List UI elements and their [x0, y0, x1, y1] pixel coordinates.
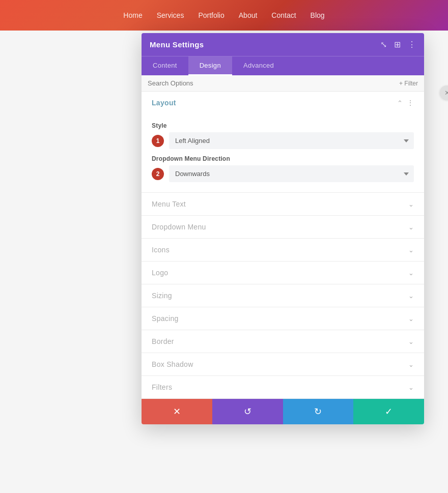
chevron-down-icon: ⌄ — [408, 223, 414, 231]
section-header-menu-text[interactable]: Menu Text ⌄ — [142, 193, 424, 215]
search-input[interactable] — [148, 79, 399, 87]
menu-settings-panel: Menu Settings ⤡ ⊞ ⋮ Content Design Advan… — [142, 33, 424, 424]
section-icons-filters: ⌄ — [408, 384, 414, 391]
section-filters: Filters ⌄ — [142, 376, 424, 399]
section-header-sizing[interactable]: Sizing ⌄ — [142, 284, 424, 307]
section-sizing: Sizing ⌄ — [142, 284, 424, 307]
chevron-down-icon: ⌄ — [408, 292, 414, 300]
undo-button[interactable]: ↺ — [212, 399, 283, 424]
section-title-menu-text: Menu Text — [152, 200, 186, 208]
section-box-shadow: Box Shadow ⌄ — [142, 353, 424, 376]
website-nav-item[interactable]: Services — [157, 11, 184, 19]
section-icons: Icons ⌄ — [142, 239, 424, 262]
layout-menu-icon[interactable]: ⋮ — [407, 99, 414, 107]
panel-menu-icon[interactable]: ⋮ — [408, 41, 416, 49]
layout-chevron-up-icon: ⌃ — [397, 99, 403, 107]
website-nav-item[interactable]: Portfolio — [198, 11, 224, 19]
section-header-filters[interactable]: Filters ⌄ — [142, 376, 424, 398]
website-nav-item[interactable]: About — [239, 11, 258, 19]
dropdown-badge: 2 — [152, 168, 164, 180]
section-header-box-shadow[interactable]: Box Shadow ⌄ — [142, 353, 424, 375]
chevron-down-icon: ⌄ — [408, 338, 414, 345]
tabs-bar: Content Design Advanced — [142, 56, 424, 75]
save-button[interactable]: ✓ — [353, 399, 424, 424]
dropdown-direction-label: Dropdown Menu Direction — [152, 155, 414, 162]
cancel-button[interactable]: ✕ — [142, 399, 212, 424]
style-select[interactable]: Left AlignedCenter AlignedRight Aligned — [169, 132, 414, 149]
tab-advanced[interactable]: Advanced — [232, 56, 285, 75]
undo-icon: ↺ — [244, 406, 251, 417]
layout-section-header[interactable]: Layout ⌃ ⋮ — [142, 92, 424, 114]
chevron-down-icon: ⌄ — [408, 200, 414, 208]
panel-close-button[interactable]: ✕ — [440, 85, 448, 100]
section-title-sizing: Sizing — [152, 292, 172, 300]
section-title-filters: Filters — [152, 383, 172, 391]
layout-section-title: Layout — [152, 99, 176, 107]
chevron-down-icon: ⌄ — [408, 384, 414, 391]
dropdown-direction-row: 2 DownwardsUpwards — [152, 165, 414, 182]
redo-icon: ↻ — [314, 406, 322, 417]
layout-content: Style 1 Left AlignedCenter AlignedRight … — [142, 114, 424, 192]
save-icon: ✓ — [385, 406, 393, 417]
section-icons-sizing: ⌄ — [408, 292, 414, 300]
section-logo: Logo ⌄ — [142, 262, 424, 284]
chevron-down-icon: ⌄ — [408, 361, 414, 368]
section-spacing: Spacing ⌄ — [142, 307, 424, 330]
redo-button[interactable]: ↻ — [283, 399, 354, 424]
layout-section: Layout ⌃ ⋮ Style 1 Left AlignedCenter Al… — [142, 92, 424, 193]
page-background: Menu Settings ⤡ ⊞ ⋮ Content Design Advan… — [0, 31, 448, 493]
section-title-dropdown-menu: Dropdown Menu — [152, 223, 206, 231]
panel-header: Menu Settings ⤡ ⊞ ⋮ — [142, 33, 424, 56]
panel-header-icons: ⤡ ⊞ ⋮ — [380, 41, 416, 49]
website-nav-item[interactable]: Home — [123, 11, 142, 19]
section-title-spacing: Spacing — [152, 314, 179, 323]
section-title-box-shadow: Box Shadow — [152, 360, 193, 368]
website-nav-item[interactable]: Contact — [271, 11, 296, 19]
section-header-icons[interactable]: Icons ⌄ — [142, 239, 424, 261]
section-icons-icons: ⌄ — [408, 246, 414, 254]
style-row: 1 Left AlignedCenter AlignedRight Aligne… — [152, 132, 414, 149]
columns-icon[interactable]: ⊞ — [394, 41, 401, 49]
section-icons-spacing: ⌄ — [408, 315, 414, 323]
section-border: Border ⌄ — [142, 330, 424, 353]
section-title-logo: Logo — [152, 269, 168, 277]
website-header: HomeServicesPortfolioAboutContactBlog — [0, 0, 448, 31]
panel-content: Layout ⌃ ⋮ Style 1 Left AlignedCenter Al… — [142, 92, 424, 399]
chevron-down-icon: ⌄ — [408, 246, 414, 254]
section-icons-menu-text: ⌄ — [408, 200, 414, 208]
search-bar: + Filter — [142, 75, 424, 92]
tab-content[interactable]: Content — [142, 56, 188, 75]
tab-design[interactable]: Design — [188, 56, 232, 75]
filter-button[interactable]: + Filter — [399, 80, 418, 87]
bottom-toolbar: ✕ ↺ ↻ ✓ — [142, 399, 424, 424]
section-header-spacing[interactable]: Spacing ⌄ — [142, 307, 424, 330]
resize-icon[interactable]: ⤡ — [380, 41, 387, 49]
chevron-down-icon: ⌄ — [408, 315, 414, 323]
layout-section-icons: ⌃ ⋮ — [397, 99, 414, 107]
section-header-border[interactable]: Border ⌄ — [142, 330, 424, 353]
dropdown-direction-select[interactable]: DownwardsUpwards — [169, 165, 414, 182]
section-title-border: Border — [152, 337, 174, 345]
website-nav-item[interactable]: Blog — [311, 11, 325, 19]
panel-title: Menu Settings — [150, 40, 204, 49]
section-icons-box-shadow: ⌄ — [408, 361, 414, 368]
section-dropdown-menu: Dropdown Menu ⌄ — [142, 216, 424, 239]
section-header-logo[interactable]: Logo ⌄ — [142, 262, 424, 284]
section-header-dropdown-menu[interactable]: Dropdown Menu ⌄ — [142, 216, 424, 238]
section-title-icons: Icons — [152, 246, 170, 254]
cancel-icon: ✕ — [173, 406, 181, 417]
section-icons-logo: ⌄ — [408, 269, 414, 277]
style-label: Style — [152, 122, 414, 129]
chevron-down-icon: ⌄ — [408, 269, 414, 277]
section-icons-dropdown-menu: ⌄ — [408, 223, 414, 231]
style-badge: 1 — [152, 135, 164, 147]
section-icons-border: ⌄ — [408, 338, 414, 345]
section-menu-text: Menu Text ⌄ — [142, 193, 424, 216]
close-icon: ✕ — [444, 89, 449, 97]
website-nav: HomeServicesPortfolioAboutContactBlog — [123, 11, 324, 19]
collapsible-sections: Menu Text ⌄ Dropdown Menu ⌄ Icons ⌄ Logo… — [142, 193, 424, 399]
